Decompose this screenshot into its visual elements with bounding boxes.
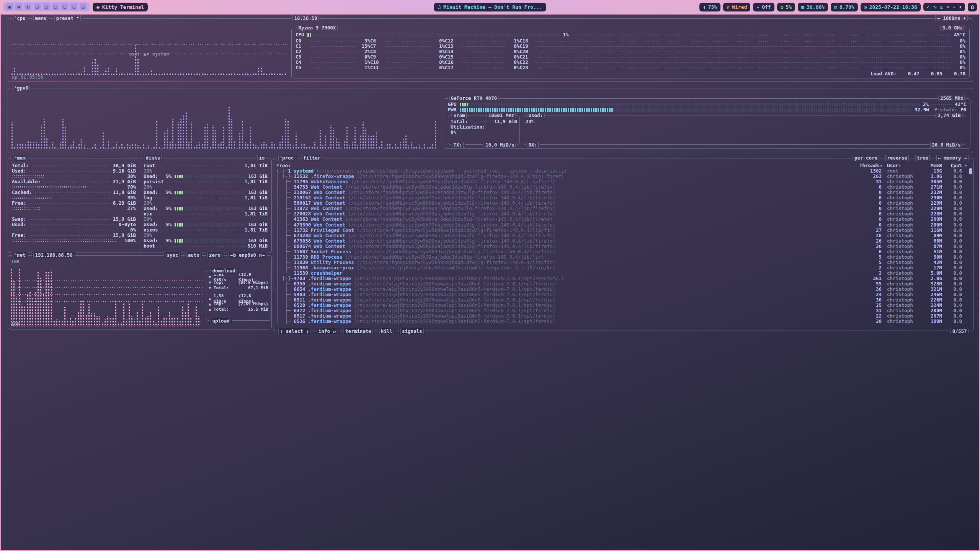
process-row-5983[interactable]: │ ├─ 5983.ferdium-wrappe(/nix/store/a1pj…: [276, 292, 967, 297]
download-label: Total:: [214, 285, 229, 291]
reverse-toggle[interactable]: reverse: [884, 155, 910, 161]
tray-display-icon[interactable]: ◫: [940, 4, 943, 10]
tray-wave-icon[interactable]: ∿: [933, 4, 937, 10]
kill-button[interactable]: kill: [378, 328, 395, 334]
sort-direction-arrow[interactable]: ↑: [962, 163, 967, 168]
process-row-11839[interactable]: │ ├─ 11839Utility Process(/nix/store/fqa…: [276, 260, 967, 265]
process-row-11968[interactable]: │ ├─ 11968.keepassxc-prox(/nix/store/bsl…: [276, 265, 967, 271]
process-name: .ferdium-wrappe: [308, 319, 351, 324]
tray-mic-icon[interactable]: ◗: [959, 4, 962, 10]
launcher-nix-icon[interactable]: ❆: [15, 3, 22, 10]
core-label: C0: [296, 38, 309, 44]
process-row-4783[interactable]: │ [-]─4783.ferdium-wrappe(/nix/store/a1p…: [276, 276, 967, 281]
process-row-6350[interactable]: │ ├─ 6350.ferdium-wrappe(/nix/store/a1pj…: [276, 281, 967, 287]
per-core-toggle[interactable]: per-core: [851, 155, 880, 161]
proc-scrollbar-thumb[interactable]: [969, 168, 972, 174]
process-row-11739[interactable]: │ ├─ 11739RDD Process(/nix/store/fqadd0b…: [276, 254, 967, 260]
process-cpu: 0.0: [942, 276, 962, 281]
process-row-6520[interactable]: │ ├─ 6520.ferdium-wrappe(/nix/store/a1pj…: [276, 303, 967, 308]
process-row-689674[interactable]: │ ├─ 689674Web Content(/nix/store/fqadd0…: [276, 244, 967, 249]
col-tree[interactable]: Tree:: [276, 163, 291, 168]
process-row-6511[interactable]: │ ├─ 6511.ferdium-wrappe(/nix/store/a1pj…: [276, 297, 967, 303]
process-row-580017[interactable]: │ ├─ 580017Web Content(/nix/store/fqadd0…: [276, 201, 967, 206]
process-row-1[interactable]: [-]─1systemd(/run/current-system/systemd…: [276, 168, 967, 174]
volume-module[interactable]: ◖75%: [699, 3, 720, 11]
process-row-94753[interactable]: │ ├─ 94753Web Content(/nix/store/fqadd0b…: [276, 184, 967, 190]
io-mode-toggle[interactable]: io: [256, 155, 268, 161]
gpu-meter-label: GPU: [448, 102, 457, 107]
process-row-11972[interactable]: │ ├─ 11972Web Content(/nix/store/fqadd0b…: [276, 206, 967, 211]
mem-stat-value: 15,9 GiB: [113, 217, 136, 222]
network-module[interactable]: ⇄Wired: [723, 3, 750, 11]
process-pid: 41363: [294, 217, 308, 222]
launcher-app-5-icon[interactable]: ▢: [70, 3, 77, 10]
process-user: christoph: [882, 206, 920, 211]
process-row-6654[interactable]: │ ├─ 6654.ferdium-wrappe(/nix/store/a1pj…: [276, 287, 967, 292]
disk-usage-module[interactable]: ▤8.79%: [831, 3, 858, 11]
core-C16: C160%: [445, 60, 519, 65]
process-row-6517[interactable]: │ ├─ 6517.ferdium-wrappe(/nix/store/a1pj…: [276, 313, 967, 319]
process-row-11732[interactable]: │ ├─ 11732Privileged Cont(/nix/store/fqa…: [276, 228, 967, 233]
filter-button[interactable]: filter: [301, 155, 323, 161]
process-memory: 87M: [920, 244, 942, 249]
sort-prev-button[interactable]: ←: [938, 155, 941, 161]
process-row-219152[interactable]: │ ├─ 219152Web Content(/nix/store/fqadd0…: [276, 195, 967, 201]
launcher-app-4-icon[interactable]: ▢: [61, 3, 68, 10]
tree-toggle[interactable]: tree: [914, 155, 931, 161]
process-row-41363[interactable]: │ ├─ 41363Web Content(/nix/store/fqadd0b…: [276, 217, 967, 222]
mem-stat-value: 30,4 GiB: [113, 163, 136, 168]
net-interface-switcher[interactable]: ←b enp8s0 n→: [227, 252, 268, 258]
launcher-app-3-icon[interactable]: ▢: [52, 3, 59, 10]
process-pid: 4783: [294, 276, 305, 281]
cpu-usage-module[interactable]: ✿5%: [777, 3, 795, 11]
launcher-cat-icon[interactable]: ◉: [6, 3, 13, 10]
col-cpu[interactable]: Cpu%: [942, 163, 962, 168]
col-memory[interactable]: MemB: [920, 163, 942, 168]
core-label: C14: [445, 49, 458, 54]
gpu-usage-row: GPU 2% 42°C: [448, 102, 966, 107]
disk-name: log: [144, 195, 152, 201]
process-row-673288[interactable]: │ ├─ 673288Web Content(/nix/store/fqadd0…: [276, 233, 967, 238]
net-zero-toggle[interactable]: zero: [206, 252, 223, 258]
notification-bell-icon[interactable]: Ω: [968, 3, 977, 11]
process-row-11795[interactable]: │ ├─ 11795WebExtensions(/nix/store/fqadd…: [276, 179, 967, 184]
core-usage-percent: 1%: [359, 65, 370, 70]
process-row-11539[interactable]: │ └─ 11539crashhelper2christoph5.0M0.0: [276, 271, 967, 276]
signals-button[interactable]: signals: [399, 328, 425, 334]
process-row-479390[interactable]: │ ├─ 479390Web Content(/nix/store/fqadd0…: [276, 222, 967, 228]
active-window-title[interactable]: ◉ Kitty Terminal: [93, 3, 148, 11]
col-user[interactable]: User:: [882, 163, 920, 168]
select-keys-hint[interactable]: ↑ select ↓: [277, 328, 312, 334]
tray-check-icon[interactable]: ✔: [927, 4, 929, 10]
process-cpu: 0.0: [942, 303, 962, 308]
process-memory: 17M: [920, 265, 942, 271]
launcher-app-2-icon[interactable]: ▢: [43, 3, 50, 10]
net-auto-toggle[interactable]: auto: [185, 252, 202, 258]
preset-button[interactable]: preset *: [53, 15, 82, 21]
sort-next-button[interactable]: →: [964, 155, 967, 161]
col-threads[interactable]: Threads:: [859, 163, 882, 168]
net-sync-toggle[interactable]: sync: [164, 252, 181, 258]
interval-plus-button[interactable]: +: [963, 15, 966, 21]
tray-keyboard-icon[interactable]: ⌨: [946, 4, 949, 10]
interval-minus-button[interactable]: −: [937, 15, 940, 21]
info-button[interactable]: info ↵: [315, 328, 338, 334]
process-command: (/nix/store/fqadd0bprwc5yw5k99xajbdqd1dz…: [357, 260, 859, 265]
process-row-673038[interactable]: │ ├─ 673038Web Content(/nix/store/fqadd0…: [276, 238, 967, 244]
process-row-11532[interactable]: │ [-]─11532.firefox-wrappe(/nix/store/fq…: [276, 174, 967, 179]
clock-module[interactable]: ◷2025-07-22 16:36: [861, 3, 921, 11]
terminate-button[interactable]: terminate: [343, 328, 374, 334]
launcher-app-6-icon[interactable]: ▢: [80, 3, 87, 10]
process-row-11607[interactable]: │ ├─ 11607Socket Process(/nix/store/fqad…: [276, 249, 967, 254]
process-row-6472[interactable]: │ ├─ 6472.ferdium-wrappe(/nix/store/a1pj…: [276, 308, 967, 313]
process-row-218067[interactable]: │ ├─ 218067Web Content(/nix/store/fqadd0…: [276, 190, 967, 195]
memory-usage-module[interactable]: ▦30.06%: [798, 3, 828, 11]
launcher-reload-icon[interactable]: ↻: [24, 3, 31, 10]
tray-power-icon[interactable]: ✦: [953, 4, 956, 10]
process-row-6536[interactable]: │ ├─ 6536.ferdium-wrappe(/nix/store/a1pj…: [276, 319, 967, 324]
media-player-module[interactable]: ♫ Minuit Machine – Don't Run Fro...: [434, 3, 546, 11]
menu-button[interactable]: menu: [32, 15, 49, 21]
process-row-220028[interactable]: │ ├─ 220028Web Content(/nix/store/fqadd0…: [276, 211, 967, 217]
bluetooth-module[interactable]: ⌁Off: [753, 3, 774, 11]
launcher-app-1-icon[interactable]: ▢: [34, 3, 41, 10]
